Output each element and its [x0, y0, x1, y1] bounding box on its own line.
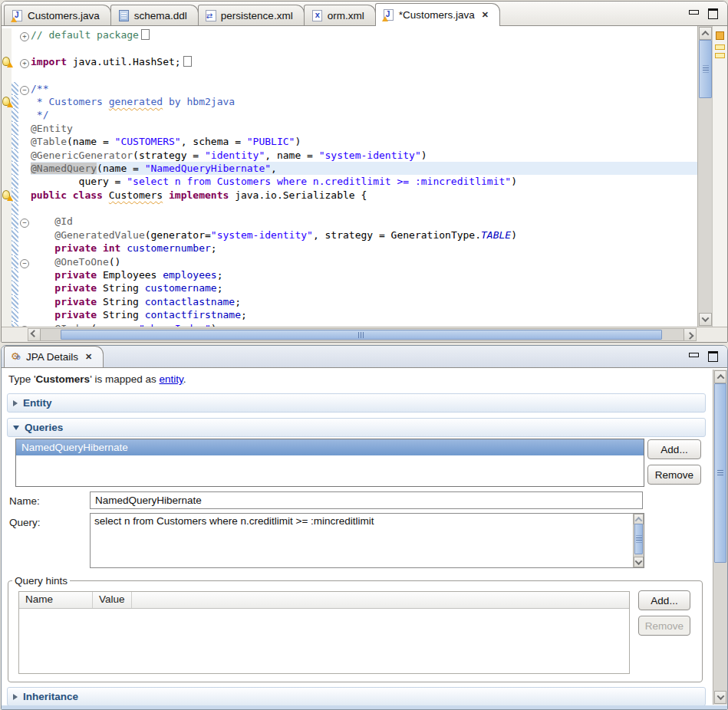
fold-collapse-icon[interactable]: − — [20, 86, 29, 95]
editor-tab-customers-java[interactable]: *Customers.java✕ — [375, 3, 500, 26]
scroll-up-button[interactable] — [699, 27, 712, 40]
warning-marker[interactable] — [715, 53, 725, 58]
hint-remove-button[interactable]: Remove — [638, 616, 690, 636]
code-line: @NamedQuery(name = "NamedQueryHibernate"… — [2, 162, 698, 175]
jpa-tabbar: JPA Details ✕ — [2, 346, 727, 368]
editor-tab-schema-ddl[interactable]: schema.ddl — [110, 5, 199, 25]
tab-jpa-details[interactable]: JPA Details ✕ — [4, 346, 104, 367]
java-editor[interactable]: +// default package+import java.util.Has… — [2, 26, 727, 327]
hints-table-body[interactable] — [19, 609, 629, 673]
fold-gutter — [18, 68, 31, 81]
code-line: @Entity — [2, 122, 698, 135]
orm-xml-icon — [312, 10, 322, 21]
code-text: private String contactfirstname; — [31, 308, 698, 321]
hints-column-value[interactable]: Value — [93, 592, 132, 608]
code-text: private int customernumber; — [31, 242, 698, 255]
code-text: @GeneratedValue(generator="system-identi… — [31, 228, 698, 242]
query-name-input[interactable] — [90, 491, 643, 509]
editor-vertical-scrollbar[interactable] — [697, 26, 713, 327]
query-remove-button[interactable]: Remove — [647, 465, 701, 485]
hint-add-button[interactable]: Add... — [638, 590, 690, 610]
code-text: @OneToOne() — [31, 255, 698, 268]
maximize-icon[interactable] — [708, 8, 718, 19]
editor-horizontal-scrollbar[interactable] — [2, 327, 727, 342]
range-indicator — [12, 215, 18, 228]
scroll-left-button[interactable] — [28, 329, 41, 340]
scroll-down-button[interactable] — [699, 313, 712, 326]
code-line — [2, 41, 698, 54]
code-line: @GeneratedValue(generator="system-identi… — [2, 228, 698, 242]
query-hints-table[interactable]: NameValue — [18, 591, 630, 674]
range-indicator — [12, 122, 18, 135]
scrollbar-thumb[interactable] — [634, 524, 643, 554]
close-icon[interactable]: ✕ — [85, 352, 92, 362]
jpa-details-view: JPA Details ✕ Type 'Customers' is mapped… — [1, 345, 728, 710]
annotation-gutter — [2, 228, 12, 242]
scroll-right-button[interactable] — [684, 329, 696, 340]
editor-tab-persistence-xml[interactable]: persistence.xml — [198, 5, 305, 25]
code-text: private String contactlastname; — [31, 295, 698, 308]
query-scrollbar[interactable] — [633, 514, 644, 567]
code-text: public class Customers implements java.i… — [31, 189, 698, 202]
close-icon[interactable]: ✕ — [482, 10, 489, 20]
section-entity[interactable]: Entity — [7, 393, 706, 413]
range-indicator — [12, 82, 18, 95]
named-queries-list[interactable]: NamedQueryHibernate — [15, 439, 644, 487]
jpa-vertical-scrollbar[interactable] — [713, 370, 727, 705]
minimize-icon[interactable] — [689, 10, 699, 15]
warning-marker[interactable] — [716, 31, 724, 40]
scroll-up-button[interactable] — [634, 514, 644, 524]
warning-icon[interactable] — [2, 57, 12, 67]
warning-icon[interactable] — [2, 97, 12, 107]
hscroll-track[interactable] — [28, 328, 697, 341]
code-text: private Employees employees; — [31, 268, 698, 281]
scrollbar-thumb[interactable] — [714, 383, 726, 563]
maximize-icon[interactable] — [708, 351, 718, 362]
scrollbar-thumb[interactable] — [699, 40, 712, 98]
chevron-up-icon — [716, 374, 724, 382]
fold-expand-icon[interactable]: + — [20, 59, 29, 68]
scroll-down-button[interactable] — [714, 691, 726, 704]
folded-region-icon[interactable] — [141, 29, 150, 40]
scroll-down-button[interactable] — [634, 557, 644, 567]
warning-icon[interactable] — [2, 190, 12, 200]
fold-gutter — [18, 41, 31, 54]
code-text: import java.util.HashSet; — [31, 55, 698, 68]
entity-link[interactable]: entity — [160, 373, 183, 385]
annotation-gutter — [2, 189, 12, 202]
range-indicator — [12, 281, 18, 294]
query-add-button[interactable]: Add... — [647, 439, 701, 459]
fold-collapse-icon[interactable]: − — [20, 259, 29, 268]
section-inheritance[interactable]: Inheritance — [7, 687, 706, 706]
jpa-details-content: Type 'Customers' is mapped as entity. En… — [2, 368, 727, 709]
minimize-icon[interactable] — [689, 353, 699, 357]
query-text-area[interactable]: select n from Customers where n.creditli… — [90, 513, 644, 568]
code-line: @GenericGenerator(strategy = "identity",… — [2, 149, 698, 162]
folded-region-icon[interactable] — [183, 56, 192, 67]
section-label: Entity — [23, 397, 52, 409]
chevron-right-icon — [13, 400, 18, 406]
range-indicator — [12, 308, 18, 321]
scroll-up-button[interactable] — [714, 370, 726, 383]
warning-marker[interactable] — [715, 44, 725, 50]
annotation-gutter — [2, 268, 12, 281]
fold-expand-icon[interactable]: + — [20, 32, 29, 41]
annotation-gutter — [2, 242, 12, 255]
chevron-down-icon — [702, 314, 710, 322]
fold-gutter: − — [18, 255, 31, 268]
java-file-warning-icon — [12, 10, 22, 21]
editor-tab-customers-java[interactable]: Customers.java — [4, 5, 111, 25]
query-list-item[interactable]: NamedQueryHibernate — [16, 439, 644, 455]
hints-column-name[interactable]: Name — [19, 592, 93, 608]
fold-collapse-icon[interactable]: − — [20, 219, 29, 228]
annotation-gutter — [2, 135, 12, 148]
annotation-gutter — [2, 108, 12, 121]
fold-gutter — [18, 162, 31, 175]
section-queries[interactable]: Queries — [7, 418, 706, 437]
java-file-warning-icon — [384, 9, 394, 21]
scrollbar-thumb[interactable] — [61, 330, 662, 340]
editor-tab-orm-xml[interactable]: orm.xml — [304, 5, 376, 25]
chevron-down-icon — [635, 557, 643, 565]
persistence-xml-icon — [206, 10, 216, 21]
code-line: private String contactlastname; — [2, 295, 698, 308]
